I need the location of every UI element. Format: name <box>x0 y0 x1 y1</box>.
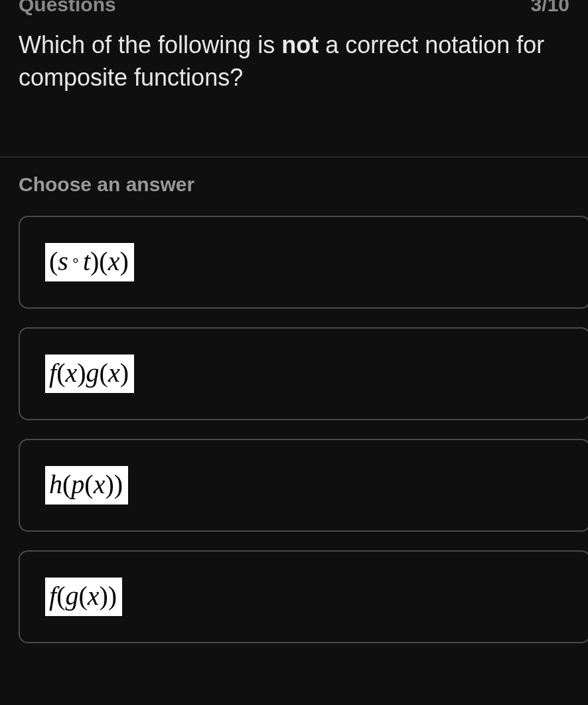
question-prefix: Which of the following is <box>19 31 281 58</box>
answer-formula: f(x)g(x) <box>45 354 134 393</box>
answer-option[interactable]: (s∘t)(x) <box>19 216 588 309</box>
answer-option[interactable]: h(p(x)) <box>19 439 588 532</box>
question-text: Which of the following is not a correct … <box>0 16 588 94</box>
answer-formula: (s∘t)(x) <box>45 243 134 281</box>
answer-option[interactable]: f(x)g(x) <box>19 327 588 420</box>
question-emph: not <box>281 31 319 58</box>
header-row: Questions 3/10 <box>0 0 588 16</box>
answer-formula: h(p(x)) <box>45 466 128 505</box>
answer-option[interactable]: f(g(x)) <box>19 550 588 643</box>
answer-formula: f(g(x)) <box>45 578 122 616</box>
answers-list: (s∘t)(x) f(x)g(x) h(p(x)) f(g(x)) <box>0 196 588 643</box>
questions-label: Questions <box>19 0 116 16</box>
question-progress: 3/10 <box>531 0 569 16</box>
choose-answer-label: Choose an answer <box>0 157 588 196</box>
